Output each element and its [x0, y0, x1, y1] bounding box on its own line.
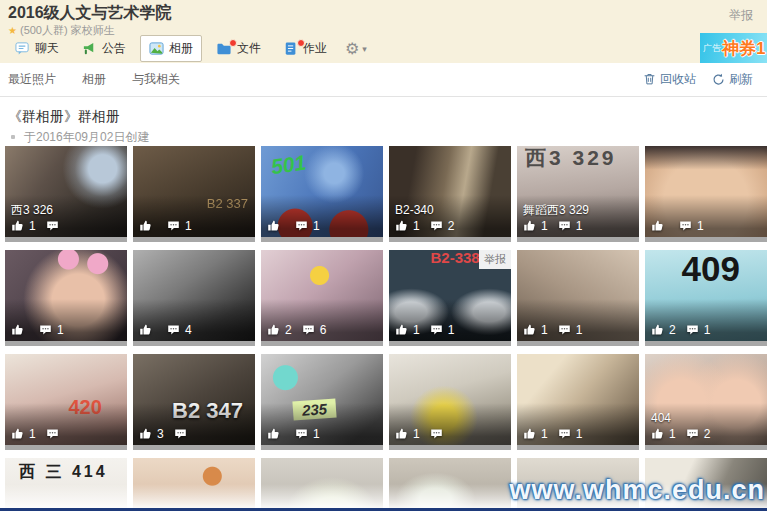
- tab-announcement[interactable]: 公告: [73, 35, 135, 62]
- tab-chat[interactable]: 聊天: [6, 35, 68, 62]
- like-button[interactable]: 1: [11, 219, 36, 232]
- like-button[interactable]: 2: [267, 323, 292, 336]
- photo-thumbnail[interactable]: 11: [517, 354, 639, 450]
- comment-button[interactable]: 1: [558, 219, 583, 232]
- tab-label: 作业: [303, 40, 327, 57]
- like-button[interactable]: 1: [523, 323, 548, 336]
- comment-button[interactable]: 4: [167, 323, 192, 336]
- photo-thumbnail[interactable]: 西3 3261: [5, 146, 127, 242]
- photo-thumbnail[interactable]: B2-34012: [389, 146, 511, 242]
- like-button[interactable]: 3: [139, 427, 164, 440]
- photo-info: 40412: [645, 410, 767, 445]
- like-button[interactable]: [267, 219, 285, 232]
- album-title: 《群相册》群相册: [8, 108, 120, 126]
- photo-image: [133, 458, 255, 511]
- photo-thumbnail[interactable]: 西3 329舞蹈西3 32911: [517, 146, 639, 242]
- comment-button[interactable]: 6: [302, 323, 327, 336]
- comment-button[interactable]: 1: [295, 219, 320, 232]
- photo-info: B2-34012: [389, 202, 511, 237]
- photo-thumbnail[interactable]: 11: [517, 250, 639, 346]
- thumb-up-icon: [651, 219, 664, 232]
- photo-meta: 1: [395, 425, 505, 442]
- comment-button[interactable]: 1: [167, 219, 192, 232]
- tab-homework[interactable]: 作业: [275, 35, 336, 62]
- settings-menu-button[interactable]: ⚙ ▾: [341, 39, 371, 59]
- photo-meta: 26: [267, 321, 377, 338]
- like-button[interactable]: 1: [523, 219, 548, 232]
- subnav-actions: 回收站 刷新: [643, 63, 753, 95]
- photo-thumbnail[interactable]: 4: [133, 250, 255, 346]
- photo-thumbnail[interactable]: 40921: [645, 250, 767, 346]
- photo-thumbnail[interactable]: 4201: [5, 354, 127, 450]
- comment-button[interactable]: 1: [295, 427, 320, 440]
- comment-bubble-icon: [302, 323, 315, 336]
- like-button[interactable]: [11, 323, 29, 336]
- photo-image: 40412: [645, 354, 767, 445]
- comment-button[interactable]: 1: [679, 219, 704, 232]
- photo-image: 西3 329舞蹈西3 32911: [517, 146, 639, 237]
- photo-thumbnail[interactable]: 5011: [261, 146, 383, 242]
- comment-button[interactable]: 1: [430, 323, 455, 336]
- thumb-up-icon: [523, 219, 536, 232]
- comment-bubble-icon: [558, 323, 571, 336]
- photo-image: 4: [133, 250, 255, 341]
- photo-thumbnail[interactable]: [133, 458, 255, 511]
- recycle-bin-button[interactable]: 回收站: [643, 63, 696, 95]
- comment-button[interactable]: 1: [558, 427, 583, 440]
- refresh-button[interactable]: 刷新: [712, 63, 753, 95]
- photo-meta: 1: [651, 217, 761, 234]
- report-link[interactable]: 举报: [729, 7, 753, 24]
- thumb-up-icon: [395, 219, 408, 232]
- photo-thumbnail[interactable]: 西 三 414: [5, 458, 127, 511]
- photo-report-link[interactable]: 举报: [479, 250, 511, 269]
- comment-button[interactable]: [430, 427, 448, 440]
- photo-strip: [261, 237, 383, 242]
- comment-button[interactable]: 1: [39, 323, 64, 336]
- comment-button[interactable]: [174, 427, 192, 440]
- like-button[interactable]: 1: [395, 219, 420, 232]
- thumb-up-icon: [139, 219, 152, 232]
- photo-thumbnail[interactable]: B2 3371: [133, 146, 255, 242]
- comment-bubble-icon: [430, 219, 443, 232]
- like-button[interactable]: 2: [651, 323, 676, 336]
- comment-button[interactable]: [46, 219, 64, 232]
- like-button[interactable]: [139, 323, 157, 336]
- subnav-recent-photos[interactable]: 最近照片: [8, 63, 56, 95]
- photo-image: 西3 3261: [5, 146, 127, 237]
- comment-button[interactable]: 1: [558, 323, 583, 336]
- like-button[interactable]: 1: [11, 427, 36, 440]
- ad-tag: 广告: [703, 42, 721, 55]
- photo-thumbnail[interactable]: 2351: [261, 354, 383, 450]
- subnav-albums[interactable]: 相册: [82, 63, 106, 95]
- comment-bubble-icon: [39, 323, 52, 336]
- photo-info: 1: [5, 320, 127, 341]
- thumb-up-icon: [139, 323, 152, 336]
- like-button[interactable]: [651, 219, 669, 232]
- thumb-up-icon: [395, 427, 408, 440]
- comment-button[interactable]: 2: [430, 219, 455, 232]
- ad-banner[interactable]: 广告 神券1: [700, 33, 767, 63]
- comment-bubble-icon: [558, 427, 571, 440]
- tab-files[interactable]: 文件: [207, 35, 270, 62]
- photo-thumbnail[interactable]: 1: [389, 354, 511, 450]
- tab-album[interactable]: 相册: [140, 35, 202, 62]
- like-button[interactable]: 1: [395, 323, 420, 336]
- like-button[interactable]: 1: [651, 427, 676, 440]
- photo-thumbnail[interactable]: 1: [5, 250, 127, 346]
- like-button[interactable]: [267, 427, 285, 440]
- like-button[interactable]: [139, 219, 157, 232]
- comment-button[interactable]: 1: [686, 323, 711, 336]
- photo-thumbnail[interactable]: B2-338举报11: [389, 250, 511, 346]
- photo-meta: 1: [11, 321, 121, 338]
- photo-thumbnail[interactable]: B2 3473: [133, 354, 255, 450]
- comment-button[interactable]: [46, 427, 64, 440]
- photo-thumbnail[interactable]: 40412: [645, 354, 767, 450]
- photo-thumbnail[interactable]: 26: [261, 250, 383, 346]
- like-button[interactable]: 1: [523, 427, 548, 440]
- comment-button[interactable]: 2: [686, 427, 711, 440]
- photo-thumbnail[interactable]: [261, 458, 383, 511]
- like-button[interactable]: 1: [395, 427, 420, 440]
- photo-thumbnail[interactable]: 1: [645, 146, 767, 242]
- subnav-related-to-me[interactable]: 与我相关: [132, 63, 180, 95]
- photo-thumbnail[interactable]: [389, 458, 511, 511]
